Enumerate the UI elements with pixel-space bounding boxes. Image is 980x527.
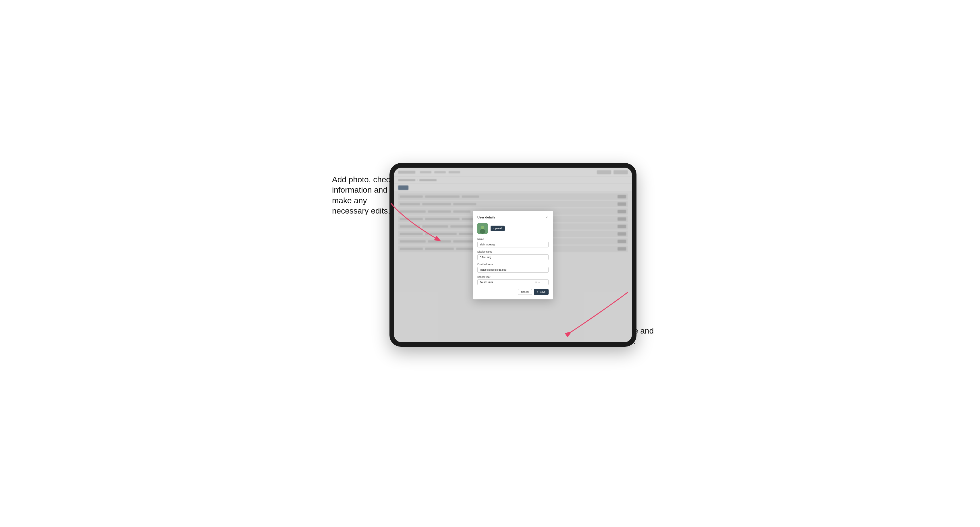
- annotation-left: Add photo, check information and make an…: [332, 175, 398, 216]
- modal-overlay: User details × Upload: [394, 168, 632, 342]
- modal-title: User details: [477, 216, 495, 219]
- email-field-group: Email address: [477, 263, 549, 273]
- display-name-label: Display name: [477, 250, 549, 253]
- school-year-label: School Year: [477, 276, 549, 278]
- email-label: Email address: [477, 263, 549, 266]
- display-name-field-group: Display name: [477, 250, 549, 260]
- scene: Add photo, check information and make an…: [332, 152, 648, 375]
- avatar-section: Upload: [477, 223, 549, 233]
- school-year-select-wrapper: Fourth Year × ⌄: [477, 279, 549, 285]
- select-chevron-icon: ⌄: [538, 281, 540, 284]
- tablet-screen: /: [394, 168, 632, 342]
- save-label: Save: [540, 290, 546, 294]
- annotation-left-text: Add photo, check information and make an…: [332, 175, 394, 215]
- save-button[interactable]: ⬆ Save: [534, 289, 549, 295]
- cancel-button[interactable]: Cancel: [518, 289, 531, 295]
- save-icon: ⬆: [537, 290, 539, 293]
- name-field-group: Name: [477, 238, 549, 248]
- school-year-field-group: School Year Fourth Year × ⌄: [477, 276, 549, 285]
- name-input[interactable]: [477, 242, 549, 248]
- email-input[interactable]: [477, 267, 549, 273]
- user-details-modal: User details × Upload: [473, 211, 553, 299]
- school-year-select[interactable]: Fourth Year × ⌄: [477, 279, 549, 285]
- modal-header: User details ×: [477, 215, 549, 219]
- display-name-input[interactable]: [477, 254, 549, 260]
- upload-photo-button[interactable]: Upload: [491, 225, 505, 231]
- tablet-device: /: [390, 163, 636, 347]
- name-label: Name: [477, 238, 549, 241]
- svg-point-2: [480, 229, 485, 233]
- svg-point-1: [481, 225, 484, 229]
- modal-close-button[interactable]: ×: [544, 215, 549, 219]
- school-year-value: Fourth Year: [480, 281, 493, 284]
- avatar-thumbnail: [477, 223, 488, 233]
- modal-footer: Cancel ⬆ Save: [477, 289, 549, 295]
- select-clear-icon[interactable]: ×: [535, 281, 537, 284]
